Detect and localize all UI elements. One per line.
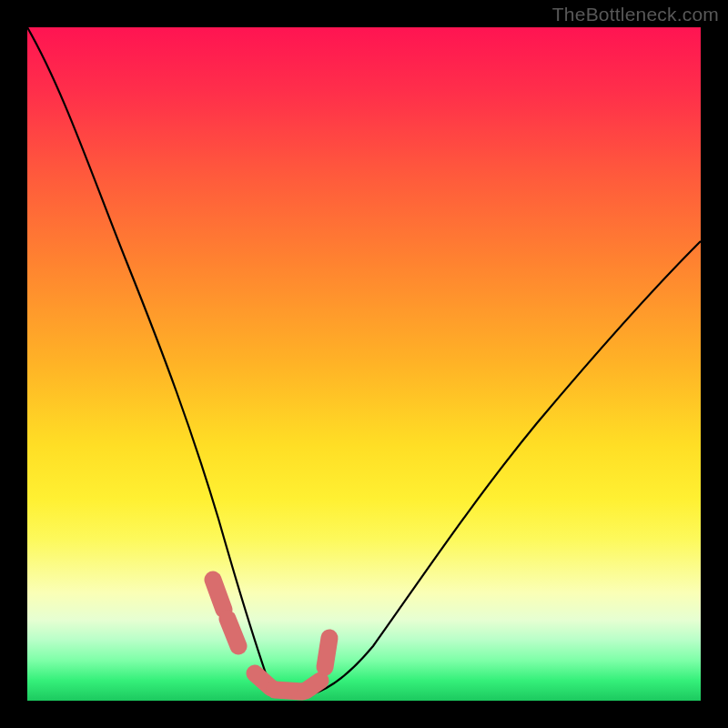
plot-area — [27, 27, 701, 701]
svg-line-0 — [213, 580, 224, 610]
svg-line-5 — [325, 638, 329, 667]
marker-group — [213, 580, 329, 692]
svg-line-1 — [228, 619, 238, 646]
svg-line-4 — [306, 681, 320, 691]
highlighted-range-markers — [27, 27, 701, 701]
watermark-text: TheBottleneck.com — [552, 4, 719, 25]
chart-frame: TheBottleneck.com — [0, 0, 728, 728]
